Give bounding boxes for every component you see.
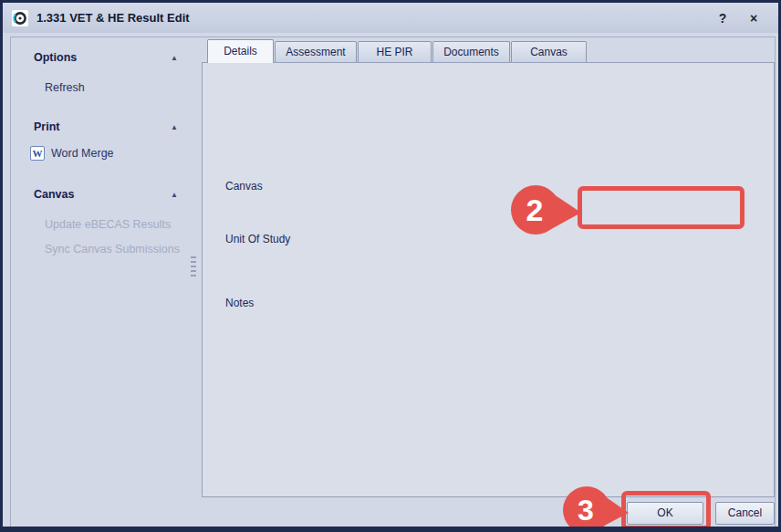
collapse-arrow-icon: ▲ xyxy=(171,54,178,62)
details-tab-panel xyxy=(202,62,775,497)
highlight-rect-lock-canvas-results xyxy=(578,186,745,229)
sidebar-section-options[interactable]: Options ▲ xyxy=(34,51,178,64)
notes-group-legend: Notes xyxy=(222,297,257,309)
sidebar-section-canvas[interactable]: Canvas ▲ xyxy=(34,188,178,201)
tab-details[interactable]: Details xyxy=(207,39,274,63)
sidebar-item-label: Word Merge xyxy=(51,147,114,160)
word-icon: W xyxy=(30,146,45,161)
dialog-window: 1.331 VET & HE Result Edit ? × Options ▲… xyxy=(0,0,781,532)
tab-documents[interactable]: Documents xyxy=(432,41,510,62)
collapse-arrow-icon: ▲ xyxy=(171,123,178,131)
sidebar-item-update-ebecas-results[interactable]: Update eBECAS Results xyxy=(45,218,171,231)
sidebar-item-word-merge[interactable]: W Word Merge xyxy=(30,146,114,161)
section-title: Print xyxy=(34,120,59,133)
unit-of-study-group-legend: Unit Of Study xyxy=(222,233,294,245)
tab-he-pir[interactable]: HE PIR xyxy=(358,41,432,62)
collapse-arrow-icon: ▲ xyxy=(171,191,178,199)
close-button[interactable]: × xyxy=(738,11,769,26)
step-3-number: 3 xyxy=(578,494,594,527)
help-button[interactable]: ? xyxy=(707,11,738,26)
step-2-number: 2 xyxy=(526,193,544,227)
sidebar-splitter-handle[interactable] xyxy=(191,256,196,277)
window-title: 1.331 VET & HE Result Edit xyxy=(36,11,707,25)
section-title: Options xyxy=(34,51,77,64)
cancel-button[interactable]: Cancel xyxy=(715,502,775,525)
highlight-rect-ok-button xyxy=(621,491,711,530)
step-2-callout-arrow: 2 xyxy=(503,182,585,238)
sidebar-item-sync-canvas-submissions[interactable]: Sync Canvas Submissions xyxy=(45,243,180,256)
tab-assessment[interactable]: Assessment xyxy=(275,41,357,62)
title-bar: 1.331 VET & HE Result Edit ? × xyxy=(3,3,778,33)
section-title: Canvas xyxy=(34,188,74,201)
canvas-group-legend: Canvas xyxy=(222,180,266,193)
tab-canvas[interactable]: Canvas xyxy=(511,41,587,62)
sidebar-item-refresh[interactable]: Refresh xyxy=(45,81,85,94)
app-icon xyxy=(12,10,28,26)
sidebar-section-print[interactable]: Print ▲ xyxy=(34,120,178,133)
step-3-callout-arrow: 3 xyxy=(554,485,630,532)
